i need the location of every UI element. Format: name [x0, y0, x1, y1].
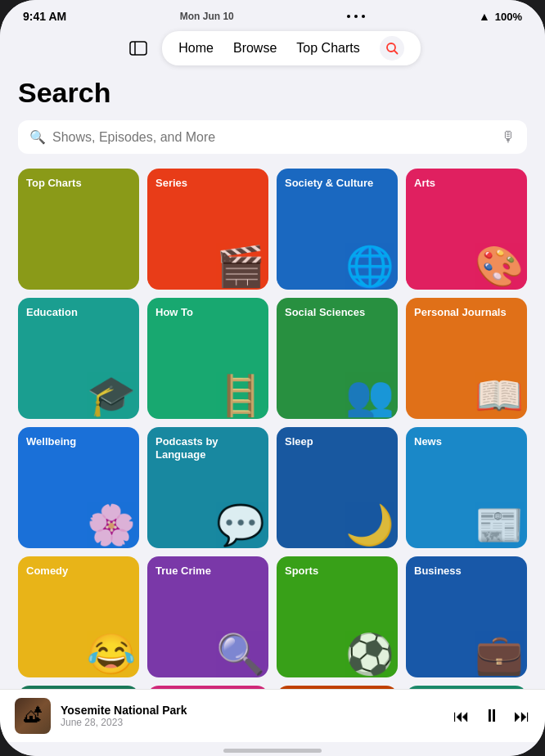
tile-business[interactable]: Business💼 — [406, 556, 527, 677]
tile-history[interactable]: History🏺 — [277, 686, 398, 689]
tile-comedy[interactable]: Comedy😂 — [18, 556, 139, 677]
dot3 — [362, 15, 365, 18]
player-thumbnail: 🏕 — [15, 698, 51, 734]
tile-sports[interactable]: Sports⚽ — [277, 556, 398, 677]
sidebar-toggle-button[interactable] — [124, 34, 152, 62]
nav-top-charts-button[interactable]: Top Charts — [296, 41, 359, 56]
mic-icon[interactable]: 🎙 — [501, 128, 516, 146]
tile-icon-personal-journals: 📖 — [475, 376, 524, 416]
tile-label-society-culture: Society & Culture — [285, 177, 390, 190]
player-title: Yosemite National Park — [61, 704, 444, 717]
tile-education[interactable]: Education🎓 — [18, 298, 139, 419]
tile-icon-business: 💼 — [475, 635, 524, 674]
dot2 — [354, 15, 358, 18]
tile-true-crime[interactable]: True Crime🔍 — [147, 556, 268, 677]
status-date: Mon Jun 10 — [180, 11, 234, 22]
tile-religion-spirituality[interactable]: Religion & Spirituality🕊 — [18, 686, 139, 689]
tile-label-series: Series — [155, 177, 260, 190]
tile-top-charts[interactable]: Top Charts — [18, 169, 139, 290]
tile-label-sports: Sports — [285, 565, 390, 578]
nav-search-button[interactable] — [380, 36, 404, 61]
player-controls: ⏮ ⏸ ⏭ — [453, 705, 530, 727]
tile-icon-education: 🎓 — [87, 376, 136, 416]
tile-icon-sports: ⚽ — [345, 635, 394, 674]
tile-label-social-sciences: Social Sciences — [285, 306, 390, 319]
search-input[interactable] — [52, 130, 494, 145]
tile-label-sleep: Sleep — [285, 435, 390, 448]
tile-label-news: News — [414, 435, 519, 448]
tile-label-arts: Arts — [414, 177, 519, 190]
svg-line-3 — [394, 51, 398, 54]
player-date: June 28, 2023 — [61, 717, 444, 728]
player-bar: 🏕 Yosemite National Park June 28, 2023 ⏮… — [0, 689, 545, 742]
tile-label-podcasts-by-language: Podcasts by Language — [155, 435, 260, 461]
tile-label-wellbeing: Wellbeing — [26, 435, 131, 448]
player-rewind-button[interactable]: ⏮ — [453, 707, 470, 726]
svg-rect-0 — [130, 42, 146, 55]
search-bar-container: 🔍 🎙 — [18, 120, 527, 154]
tile-label-business: Business — [414, 565, 519, 578]
tile-icon-podcasts-by-language: 💬 — [216, 506, 265, 545]
tile-icon-how-to: 🪜 — [216, 376, 265, 416]
tile-label-education: Education — [26, 306, 131, 319]
search-bar-icon: 🔍 — [29, 129, 46, 145]
category-grid: Top ChartsSeries🎬Society & Culture🌐Arts🎨… — [18, 169, 527, 689]
status-time: 9:41 AM — [23, 10, 66, 23]
tile-icon-comedy: 😂 — [87, 635, 136, 674]
tile-icon-arts: 🎨 — [475, 247, 524, 286]
player-forward-button[interactable]: ⏭ — [514, 707, 530, 726]
tile-icon-sleep: 🌙 — [345, 506, 394, 545]
tile-icon-society-culture: 🌐 — [345, 247, 394, 286]
tile-icon-wellbeing: 🌸 — [87, 506, 136, 545]
tile-icon-news: 📰 — [475, 506, 524, 545]
tile-how-to[interactable]: How To🪜 — [147, 298, 268, 419]
tile-society-culture[interactable]: Society & Culture🌐 — [277, 169, 398, 290]
tile-icon-series: 🎬 — [216, 247, 265, 286]
status-center-dots — [347, 15, 365, 18]
wifi-icon: ▲ — [479, 10, 490, 23]
tile-health-fitness[interactable]: Health & Fitness🏃 — [147, 686, 268, 689]
tile-podcasts-by-language[interactable]: Podcasts by Language💬 — [147, 427, 268, 548]
tile-label-true-crime: True Crime — [155, 565, 260, 578]
tile-arts[interactable]: Arts🎨 — [406, 169, 527, 290]
tile-label-top-charts: Top Charts — [26, 177, 131, 190]
nav-bar: Home Browse Top Charts — [0, 26, 545, 72]
tile-social-sciences[interactable]: Social Sciences👥 — [277, 298, 398, 419]
dot1 — [347, 15, 350, 18]
device-frame: 9:41 AM Mon Jun 10 ▲ 100% Home Browse To… — [0, 0, 545, 756]
page-title: Search — [18, 77, 527, 109]
tile-wellbeing[interactable]: Wellbeing🌸 — [18, 427, 139, 548]
tile-self-improvement[interactable]: Self-Improvement🪜 — [406, 686, 527, 689]
player-info: Yosemite National Park June 28, 2023 — [61, 704, 444, 728]
nav-pill: Home Browse Top Charts — [162, 31, 420, 65]
tile-personal-journals[interactable]: Personal Journals📖 — [406, 298, 527, 419]
nav-browse-button[interactable]: Browse — [233, 41, 277, 56]
battery-text: 100% — [495, 11, 522, 23]
home-indicator — [0, 742, 545, 756]
home-bar — [223, 749, 322, 753]
tile-series[interactable]: Series🎬 — [147, 169, 268, 290]
status-right: ▲ 100% — [479, 10, 522, 23]
tile-sleep[interactable]: Sleep🌙 — [277, 427, 398, 548]
tile-news[interactable]: News📰 — [406, 427, 527, 548]
tile-label-personal-journals: Personal Journals — [414, 306, 519, 319]
content-area: Search 🔍 🎙 Top ChartsSeries🎬Society & Cu… — [0, 72, 545, 689]
tile-icon-true-crime: 🔍 — [216, 635, 265, 674]
nav-home-button[interactable]: Home — [178, 41, 214, 56]
tile-label-comedy: Comedy — [26, 565, 131, 578]
status-bar: 9:41 AM Mon Jun 10 ▲ 100% — [0, 0, 545, 26]
player-pause-button[interactable]: ⏸ — [483, 705, 501, 727]
tile-label-how-to: How To — [155, 306, 260, 319]
tile-icon-social-sciences: 👥 — [345, 376, 394, 416]
